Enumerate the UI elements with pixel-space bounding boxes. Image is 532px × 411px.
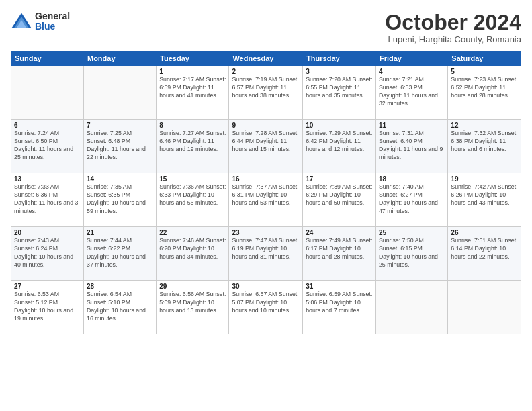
day-detail: Sunrise: 7:40 AM Sunset: 6:27 PM Dayligh… (379, 183, 445, 216)
title-block: October 2024 Lupeni, Harghita County, Ro… (385, 11, 521, 44)
day-number: 11 (379, 122, 445, 129)
day-detail: Sunrise: 7:35 AM Sunset: 6:35 PM Dayligh… (87, 183, 153, 216)
day-detail: Sunrise: 6:54 AM Sunset: 5:10 PM Dayligh… (87, 291, 153, 323)
calendar-cell (83, 66, 156, 120)
day-detail: Sunrise: 6:56 AM Sunset: 5:09 PM Dayligh… (159, 291, 226, 315)
day-number: 31 (306, 283, 373, 290)
calendar-cell: 7Sunrise: 7:25 AM Sunset: 6:48 PM Daylig… (83, 120, 156, 173)
day-detail: Sunrise: 7:43 AM Sunset: 6:24 PM Dayligh… (14, 237, 81, 269)
calendar-cell: 31Sunrise: 6:59 AM Sunset: 5:06 PM Dayli… (303, 281, 376, 334)
day-number: 1 (159, 68, 226, 75)
day-detail: Sunrise: 7:47 AM Sunset: 6:19 PM Dayligh… (232, 237, 300, 261)
calendar-cell (11, 66, 84, 120)
day-number: 7 (87, 122, 153, 129)
calendar-week-4: 20Sunrise: 7:43 AM Sunset: 6:24 PM Dayli… (11, 227, 521, 281)
day-detail: Sunrise: 7:21 AM Sunset: 6:53 PM Dayligh… (379, 76, 445, 108)
day-number: 6 (14, 122, 81, 129)
day-number: 10 (306, 122, 373, 129)
day-detail: Sunrise: 7:32 AM Sunset: 6:38 PM Dayligh… (451, 130, 518, 154)
weekday-tuesday: Tuesday (157, 52, 229, 66)
day-detail: Sunrise: 6:57 AM Sunset: 5:07 PM Dayligh… (232, 291, 300, 315)
day-number: 17 (306, 175, 373, 183)
day-number: 30 (232, 283, 300, 290)
calendar-cell: 11Sunrise: 7:31 AM Sunset: 6:40 PM Dayli… (375, 120, 447, 173)
day-detail: Sunrise: 7:29 AM Sunset: 6:42 PM Dayligh… (306, 130, 373, 154)
month-title: October 2024 (385, 11, 521, 34)
day-number: 14 (87, 175, 153, 183)
day-detail: Sunrise: 7:31 AM Sunset: 6:40 PM Dayligh… (379, 130, 445, 162)
day-detail: Sunrise: 7:39 AM Sunset: 6:29 PM Dayligh… (306, 183, 373, 208)
day-number: 9 (232, 122, 300, 129)
calendar-week-5: 27Sunrise: 6:53 AM Sunset: 5:12 PM Dayli… (11, 281, 521, 334)
day-detail: Sunrise: 7:23 AM Sunset: 6:52 PM Dayligh… (451, 76, 518, 100)
calendar-week-2: 6Sunrise: 7:24 AM Sunset: 6:50 PM Daylig… (11, 120, 521, 173)
day-number: 4 (379, 68, 445, 75)
calendar-cell: 25Sunrise: 7:50 AM Sunset: 6:15 PM Dayli… (375, 227, 447, 281)
logo: General Blue (11, 11, 70, 32)
day-number: 29 (159, 283, 226, 290)
calendar-cell: 10Sunrise: 7:29 AM Sunset: 6:42 PM Dayli… (303, 120, 376, 173)
day-number: 3 (306, 68, 373, 75)
calendar-cell: 16Sunrise: 7:37 AM Sunset: 6:31 PM Dayli… (229, 173, 303, 227)
day-detail: Sunrise: 7:46 AM Sunset: 6:20 PM Dayligh… (159, 237, 226, 261)
calendar-cell: 2Sunrise: 7:19 AM Sunset: 6:57 PM Daylig… (229, 66, 303, 120)
calendar-cell: 9Sunrise: 7:28 AM Sunset: 6:44 PM Daylig… (229, 120, 303, 173)
day-detail: Sunrise: 7:20 AM Sunset: 6:55 PM Dayligh… (306, 76, 373, 100)
page: General Blue October 2024 Lupeni, Harghi… (0, 0, 532, 411)
day-detail: Sunrise: 6:53 AM Sunset: 5:12 PM Dayligh… (14, 291, 81, 323)
calendar-cell: 18Sunrise: 7:40 AM Sunset: 6:27 PM Dayli… (375, 173, 447, 227)
day-number: 21 (87, 229, 153, 236)
day-detail: Sunrise: 7:19 AM Sunset: 6:57 PM Dayligh… (232, 76, 300, 100)
calendar-cell: 6Sunrise: 7:24 AM Sunset: 6:50 PM Daylig… (11, 120, 84, 173)
calendar-cell: 8Sunrise: 7:27 AM Sunset: 6:46 PM Daylig… (157, 120, 229, 173)
day-detail: Sunrise: 7:25 AM Sunset: 6:48 PM Dayligh… (87, 130, 153, 162)
calendar-cell: 22Sunrise: 7:46 AM Sunset: 6:20 PM Dayli… (157, 227, 229, 281)
calendar-cell: 24Sunrise: 7:49 AM Sunset: 6:17 PM Dayli… (303, 227, 376, 281)
day-detail: Sunrise: 7:17 AM Sunset: 6:59 PM Dayligh… (159, 76, 226, 100)
calendar-cell: 15Sunrise: 7:36 AM Sunset: 6:33 PM Dayli… (157, 173, 229, 227)
day-number: 25 (379, 229, 445, 236)
calendar-cell: 30Sunrise: 6:57 AM Sunset: 5:07 PM Dayli… (229, 281, 303, 334)
day-number: 28 (87, 283, 153, 290)
location-subtitle: Lupeni, Harghita County, Romania (385, 34, 521, 44)
calendar-cell: 19Sunrise: 7:42 AM Sunset: 6:26 PM Dayli… (448, 173, 521, 227)
calendar-cell: 5Sunrise: 7:23 AM Sunset: 6:52 PM Daylig… (448, 66, 521, 120)
weekday-thursday: Thursday (303, 52, 376, 66)
day-detail: Sunrise: 7:33 AM Sunset: 6:36 PM Dayligh… (14, 183, 81, 216)
calendar-cell: 26Sunrise: 7:51 AM Sunset: 6:14 PM Dayli… (448, 227, 521, 281)
day-number: 20 (14, 229, 81, 236)
day-number: 13 (14, 175, 81, 183)
calendar-cell: 20Sunrise: 7:43 AM Sunset: 6:24 PM Dayli… (11, 227, 84, 281)
day-number: 8 (159, 122, 226, 129)
calendar-cell: 28Sunrise: 6:54 AM Sunset: 5:10 PM Dayli… (83, 281, 156, 334)
day-detail: Sunrise: 7:44 AM Sunset: 6:22 PM Dayligh… (87, 237, 153, 269)
day-detail: Sunrise: 7:27 AM Sunset: 6:46 PM Dayligh… (159, 130, 226, 154)
day-number: 16 (232, 175, 300, 183)
logo-general: General (35, 11, 70, 21)
weekday-row: Sunday Monday Tuesday Wednesday Thursday… (11, 52, 521, 66)
day-detail: Sunrise: 7:24 AM Sunset: 6:50 PM Dayligh… (14, 130, 81, 162)
calendar-header: Sunday Monday Tuesday Wednesday Thursday… (11, 52, 521, 66)
day-number: 15 (159, 175, 226, 183)
day-detail: Sunrise: 7:28 AM Sunset: 6:44 PM Dayligh… (232, 130, 300, 154)
calendar-week-1: 1Sunrise: 7:17 AM Sunset: 6:59 PM Daylig… (11, 66, 521, 120)
day-number: 26 (451, 229, 518, 236)
calendar-cell: 3Sunrise: 7:20 AM Sunset: 6:55 PM Daylig… (303, 66, 376, 120)
day-number: 27 (14, 283, 81, 290)
logo-icon (11, 11, 32, 32)
day-number: 19 (451, 175, 518, 183)
day-detail: Sunrise: 7:36 AM Sunset: 6:33 PM Dayligh… (159, 183, 226, 208)
day-number: 18 (379, 175, 445, 183)
calendar-cell: 14Sunrise: 7:35 AM Sunset: 6:35 PM Dayli… (83, 173, 156, 227)
logo-text: General Blue (35, 11, 70, 32)
day-detail: Sunrise: 7:51 AM Sunset: 6:14 PM Dayligh… (451, 237, 518, 261)
day-number: 24 (306, 229, 373, 236)
calendar-cell: 27Sunrise: 6:53 AM Sunset: 5:12 PM Dayli… (11, 281, 84, 334)
calendar-cell: 1Sunrise: 7:17 AM Sunset: 6:59 PM Daylig… (157, 66, 229, 120)
calendar-cell: 4Sunrise: 7:21 AM Sunset: 6:53 PM Daylig… (375, 66, 447, 120)
calendar-table: Sunday Monday Tuesday Wednesday Thursday… (11, 51, 521, 334)
calendar-cell (448, 281, 521, 334)
calendar-cell: 23Sunrise: 7:47 AM Sunset: 6:19 PM Dayli… (229, 227, 303, 281)
weekday-saturday: Saturday (448, 52, 521, 66)
calendar-cell: 12Sunrise: 7:32 AM Sunset: 6:38 PM Dayli… (448, 120, 521, 173)
